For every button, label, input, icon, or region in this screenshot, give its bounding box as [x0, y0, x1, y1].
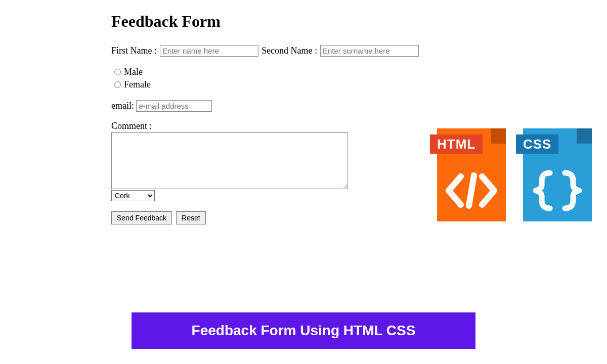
send-feedback-button[interactable]: Send Feedback	[111, 211, 172, 224]
comment-label: Comment :	[111, 121, 152, 131]
footer-banner-text: Feedback Form Using HTML CSS	[192, 323, 416, 339]
email-input[interactable]	[136, 100, 212, 112]
html-file-label: HTML	[430, 134, 483, 154]
email-label: email:	[111, 101, 134, 111]
second-name-label: Second Name :	[262, 46, 317, 56]
code-brackets-icon	[437, 160, 506, 221]
page-title: Feedback Form	[111, 12, 496, 31]
first-name-label: First Name :	[111, 46, 157, 56]
gender-female-option: Female	[114, 78, 496, 91]
gender-male-option: Male	[114, 66, 496, 78]
comment-textarea[interactable]	[111, 132, 348, 189]
gender-female-radio[interactable]	[114, 81, 121, 88]
first-name-input[interactable]	[160, 45, 258, 57]
css-file-fold-icon	[577, 128, 592, 144]
gender-male-radio[interactable]	[114, 69, 121, 75]
gender-group: Male Female	[114, 66, 496, 91]
gender-female-label: Female	[124, 78, 151, 91]
html-file-icon: HTML	[430, 128, 506, 221]
html-file-fold-icon	[491, 128, 506, 144]
file-icons: HTML CSS	[430, 128, 592, 221]
svg-line-0	[469, 175, 474, 206]
name-row: First Name : Second Name :	[111, 45, 496, 57]
footer-banner: Feedback Form Using HTML CSS	[132, 312, 475, 349]
css-file-label: CSS	[516, 134, 558, 154]
second-name-input[interactable]	[320, 45, 419, 57]
email-row: email:	[111, 100, 496, 112]
city-select[interactable]: Cork	[111, 190, 155, 201]
curly-braces-icon	[523, 160, 592, 221]
reset-button[interactable]: Reset	[176, 211, 206, 224]
css-file-icon: CSS	[516, 128, 592, 221]
gender-male-label: Male	[124, 66, 143, 78]
